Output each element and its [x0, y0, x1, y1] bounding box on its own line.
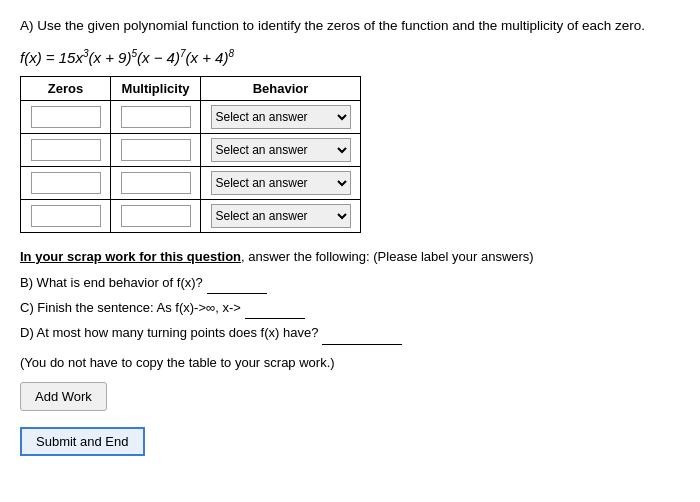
- behavior-select-2[interactable]: Select an answer: [211, 138, 351, 162]
- submit-button[interactable]: Submit and End: [20, 427, 145, 456]
- zero-input-3[interactable]: [31, 172, 101, 194]
- multiplicity-input-4[interactable]: [121, 205, 191, 227]
- behavior-select-1[interactable]: Select an answer: [211, 105, 351, 129]
- table-row: Select an answer: [21, 101, 361, 134]
- col-header-zeros: Zeros: [21, 77, 111, 101]
- question-b-text: B) What is end behavior of f(x)?: [20, 271, 680, 294]
- scrap-heading-underline: In your scrap work for this question: [20, 249, 241, 264]
- add-work-container: Add Work: [20, 382, 680, 421]
- multiplicity-input-1[interactable]: [121, 106, 191, 128]
- behavior-select-4[interactable]: Select an answer: [211, 204, 351, 228]
- zeros-table: Zeros Multiplicity Behavior Select an an…: [20, 76, 361, 233]
- answer-d-blank: [322, 344, 402, 345]
- multiplicity-input-2[interactable]: [121, 139, 191, 161]
- table-row: Select an answer: [21, 200, 361, 233]
- answer-c-blank: [245, 318, 305, 319]
- function-display: f(x) = 15x3(x + 9)5(x − 4)7(x + 4)8: [20, 48, 680, 66]
- col-header-behavior: Behavior: [201, 77, 361, 101]
- col-header-multiplicity: Multiplicity: [111, 77, 201, 101]
- table-row: Select an answer: [21, 167, 361, 200]
- table-row: Select an answer: [21, 134, 361, 167]
- zero-input-1[interactable]: [31, 106, 101, 128]
- question-d-text: D) At most how many turning points does …: [20, 321, 680, 344]
- behavior-select-3[interactable]: Select an answer: [211, 171, 351, 195]
- question-c-text: C) Finish the sentence: As f(x)->∞, x->: [20, 296, 680, 319]
- answer-b-blank: [207, 293, 267, 294]
- scrap-section: In your scrap work for this question, an…: [20, 245, 680, 345]
- question-text: A) Use the given polynomial function to …: [20, 16, 680, 36]
- zero-input-4[interactable]: [31, 205, 101, 227]
- add-work-button[interactable]: Add Work: [20, 382, 107, 411]
- scrap-heading-text: In your scrap work for this question, an…: [20, 245, 680, 268]
- note-text: (You do not have to copy the table to yo…: [20, 355, 680, 370]
- multiplicity-input-3[interactable]: [121, 172, 191, 194]
- zero-input-2[interactable]: [31, 139, 101, 161]
- bottom-bar: Submit and End: [20, 427, 680, 456]
